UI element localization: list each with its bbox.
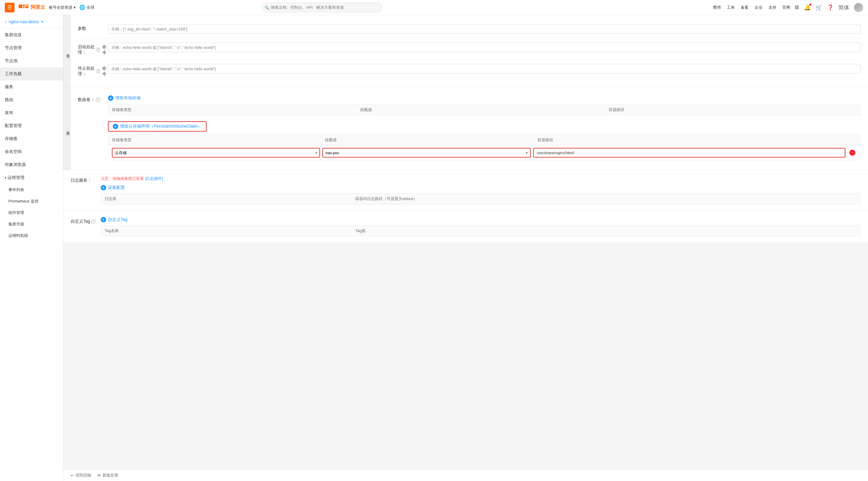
pvc-table: 存储卷类型 挂载源 容器路径 云存储: [108, 134, 861, 160]
collapsed-panel-replica[interactable]: 副配量置: [63, 86, 70, 169]
startup-row: 启动后处理： ? 命令: [78, 38, 861, 60]
pvc-remove-cell: −: [848, 150, 857, 156]
sidebar-subitem-ops-time[interactable]: 运维时机组: [0, 230, 63, 241]
log-collect-button[interactable]: + 采集配置: [101, 185, 125, 190]
new-version-feedback-button[interactable]: ✉ 新版反馈: [97, 473, 118, 478]
tag-table-header: Tag名称 Tag值: [101, 226, 861, 236]
action-ticket[interactable]: 工单: [727, 5, 735, 10]
action-cost[interactable]: 费用: [713, 5, 721, 10]
params-label: 参数: [78, 24, 108, 31]
add-pvc-button[interactable]: + 增加云存储声明（PersistentVolumeClaim）: [108, 121, 207, 131]
svg-rect-4: [26, 5, 28, 6]
top-actions: 费用 工单 备案 企业 支持 官网: [713, 5, 790, 10]
volume-help-icon[interactable]: ?: [96, 98, 100, 102]
back-to-old-version-button[interactable]: ↩ 回到旧版: [70, 473, 91, 478]
pvc-plus-icon: +: [113, 124, 118, 129]
tag-help-icon[interactable]: ?: [91, 219, 96, 223]
language-selector[interactable]: 简体: [838, 4, 849, 11]
stop-help-icon[interactable]: ?: [96, 69, 99, 73]
stop-input[interactable]: [108, 64, 861, 73]
menu-button[interactable]: ☰: [5, 3, 14, 12]
params-input[interactable]: [108, 24, 861, 34]
collapsed-panel-secret[interactable]: 密容信息: [63, 15, 70, 86]
sidebar-item-config[interactable]: 配置管理: [0, 120, 63, 132]
log-table-header: 日志库 容器内日志路径（可设置为stdout）: [101, 193, 861, 204]
add-local-plus-icon: +: [108, 95, 114, 101]
sidebar-group-ops[interactable]: ▾ 运维管理: [0, 171, 63, 184]
action-enterprise[interactable]: 企业: [754, 5, 763, 10]
menu-icon: ☰: [7, 4, 12, 11]
svg-rect-1: [23, 4, 25, 6]
startup-help-icon[interactable]: ?: [96, 48, 99, 52]
account-label: 账号全部资源: [49, 5, 72, 10]
params-form-section: 参数 启动后处理： ? 命令: [70, 15, 868, 86]
sidebar-subitem-prometheus[interactable]: Prometheus 监控: [0, 196, 63, 207]
startup-content: [108, 42, 861, 52]
account-arrow: ▾: [73, 5, 76, 10]
sidebar-item-object-browser[interactable]: 对象浏览器: [0, 158, 63, 171]
pvc-path-input[interactable]: [533, 148, 845, 157]
log-label: 日志服务：: [70, 176, 101, 183]
logo-text: 阿里云: [31, 4, 45, 10]
sidebar-subitem-components[interactable]: 组件管理: [0, 207, 63, 218]
tag-label: 自定义Tag ?: [70, 217, 101, 224]
sidebar-item-storage[interactable]: 存储卷: [0, 132, 63, 146]
startup-label: 启动后处理： ? 命令: [78, 42, 108, 55]
sidebar-item-route[interactable]: 路由: [0, 94, 63, 107]
tag-col1-header: Tag名称: [105, 228, 355, 234]
startup-input[interactable]: [108, 42, 861, 52]
local-col2-header: 挂载源: [360, 107, 608, 113]
action-official[interactable]: 官网: [782, 5, 790, 10]
tag-col2-header: Tag值: [355, 228, 857, 234]
monitor-icon[interactable]: 🖥: [794, 4, 799, 10]
sidebar-item-service[interactable]: 服务: [0, 81, 63, 94]
pvc-source-select-wrap: nas-pvc nas-pvc-2: [322, 148, 530, 157]
log-content: 注意：请确保集群已部署 [日志插件] + 采集配置 日志库 容器内日志路径（可设…: [101, 176, 861, 204]
log-warning: 注意：请确保集群已部署 [日志插件]: [101, 176, 861, 181]
group-arrow-icon: ▾: [5, 176, 6, 180]
global-label: 全球: [87, 5, 94, 10]
action-icp[interactable]: 备案: [741, 5, 749, 10]
sidebar-item-node-mgmt[interactable]: 节点管理: [0, 42, 63, 55]
sidebar-item-namespace[interactable]: 命名空间: [0, 146, 63, 158]
add-local-storage-button[interactable]: + 增加本地存储: [108, 95, 141, 101]
sidebar-item-cluster-info[interactable]: 集群信息: [0, 29, 63, 42]
account-selector[interactable]: 账号全部资源 ▾: [49, 5, 76, 10]
volume-section-wrapper: 副配量置 数据卷： ? + 增加本地存储: [63, 86, 868, 169]
notification-icon[interactable]: 🔔: [804, 4, 811, 11]
pvc-table-header: 存储卷类型 挂载源 容器路径: [108, 135, 861, 146]
tag-section: 自定义Tag ? + 自定义Tag Tag名称 Tag值: [63, 211, 868, 242]
cluster-dropdown-icon: ▾: [41, 20, 43, 24]
volume-row: 数据卷： ? + 增加本地存储 存储卷类型 挂载源 容器路: [78, 91, 861, 164]
pvc-remove-button[interactable]: −: [849, 150, 855, 156]
sidebar-item-workload[interactable]: 工作负载: [0, 68, 63, 81]
log-plugin-link[interactable]: [日志插件]: [145, 176, 163, 181]
svg-rect-2: [23, 7, 25, 8]
tag-add-button[interactable]: + 自定义Tag: [101, 217, 128, 222]
bottom-bar: ↩ 回到旧版 ✉ 新版反馈: [63, 469, 868, 481]
cluster-selector[interactable]: ‹ nginx-nas-demo ▾: [0, 15, 63, 29]
avatar[interactable]: [854, 3, 863, 12]
pvc-type-select-wrap: 云存储 本地存储 网络存储: [112, 148, 320, 157]
search-input[interactable]: [261, 3, 382, 12]
sidebar-subitem-events[interactable]: 事件列表: [0, 184, 63, 196]
sidebar-item-node-pool[interactable]: 节点池: [0, 55, 63, 68]
sidebar-subitem-upgrade[interactable]: 集群升级: [0, 218, 63, 230]
globe-icon: 🌐: [79, 4, 85, 10]
logo[interactable]: 阿里云: [18, 3, 45, 12]
action-support[interactable]: 支持: [769, 5, 776, 10]
help-icon[interactable]: ❓: [827, 4, 834, 11]
log-section: 日志服务： 注意：请确保集群已部署 [日志插件] + 采集配置 日志库 容器内日…: [63, 170, 868, 210]
volume-form-section: 数据卷： ? + 增加本地存储 存储卷类型 挂载源 容器路: [70, 86, 868, 169]
pvc-source-cell: nas-pvc nas-pvc-2: [322, 148, 530, 157]
tag-content: + 自定义Tag Tag名称 Tag值: [101, 217, 861, 236]
pvc-col3-header: 容器路径: [537, 137, 857, 143]
pvc-type-select[interactable]: 云存储 本地存储 网络存储: [112, 148, 320, 157]
sidebar-item-publish[interactable]: 发布: [0, 107, 63, 120]
pvc-source-select[interactable]: nas-pvc nas-pvc-2: [322, 148, 530, 157]
log-col2-header: 容器内日志路径（可设置为stdout）: [355, 196, 857, 202]
cart-icon[interactable]: 🛒: [815, 4, 822, 11]
global-selector[interactable]: 🌐 全球: [79, 4, 94, 10]
pvc-type-cell: 云存储 本地存储 网络存储: [112, 148, 320, 157]
svg-rect-0: [19, 4, 22, 8]
